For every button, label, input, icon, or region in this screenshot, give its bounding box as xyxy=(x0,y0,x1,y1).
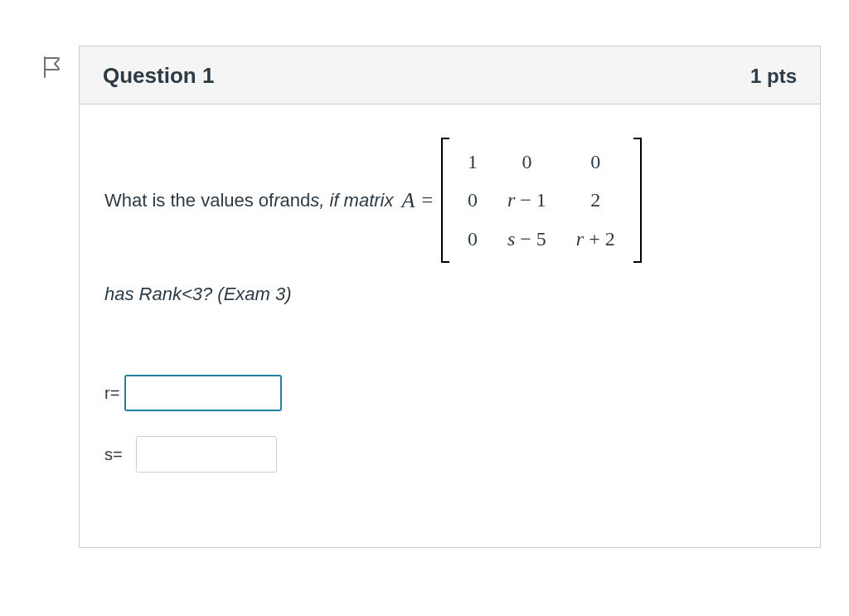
flag-outline-icon[interactable] xyxy=(41,56,61,79)
question-header: Question 1 1 pts xyxy=(80,46,820,104)
matrix-A: 1 0 0 0 r − 1 2 0 s − 5 r + 2 xyxy=(441,138,642,263)
bracket-right-icon xyxy=(633,138,642,263)
matrix-cell: 1 xyxy=(453,143,492,181)
prompt-and: and xyxy=(280,186,311,215)
equals-sign: = xyxy=(421,184,433,216)
matrix-cell: 0 xyxy=(492,143,561,181)
matrix-row: 0 r − 1 2 xyxy=(453,181,630,219)
matrix-table: 1 0 0 0 r − 1 2 0 s − 5 r + 2 xyxy=(453,143,630,258)
matrix-cell: 2 xyxy=(561,181,630,219)
question-body: What is the values of r and s , if matri… xyxy=(80,104,820,547)
answer-input-r[interactable] xyxy=(124,375,282,411)
matrix-cell: r + 2 xyxy=(561,220,630,258)
answer-input-s[interactable] xyxy=(136,436,277,473)
prompt-if-matrix: , if matrix xyxy=(319,186,393,215)
bracket-left-icon xyxy=(441,138,449,263)
question-subline: has Rank<3? (Exam 3) xyxy=(104,279,795,308)
matrix-cell: 0 xyxy=(453,181,492,219)
answer-row-s: s= xyxy=(104,436,795,473)
var-s: s xyxy=(310,186,319,215)
question-card: Question 1 1 pts What is the values of r… xyxy=(79,46,821,548)
var-r: r xyxy=(274,186,279,215)
matrix-cell: 0 xyxy=(561,143,630,181)
question-prompt: What is the values of r and s , if matri… xyxy=(104,138,795,263)
matrix-cell: r − 1 xyxy=(492,181,561,219)
matrix-name: A xyxy=(402,183,415,218)
matrix-cell: s − 5 xyxy=(492,220,561,258)
matrix-row: 1 0 0 xyxy=(453,143,630,181)
answer-label-r: r= xyxy=(104,380,119,406)
answer-label-s: s= xyxy=(104,441,123,468)
question-title: Question 1 xyxy=(103,63,214,89)
matrix-cell: 0 xyxy=(453,220,492,258)
matrix-expression: A = 1 0 0 0 r − 1 2 xyxy=(399,138,642,263)
prompt-text: What is the values of xyxy=(104,186,274,215)
answer-row-r: r= xyxy=(104,375,795,411)
matrix-row: 0 s − 5 r + 2 xyxy=(453,220,630,258)
question-points: 1 pts xyxy=(750,65,797,88)
answer-section: r= s= xyxy=(104,375,795,473)
